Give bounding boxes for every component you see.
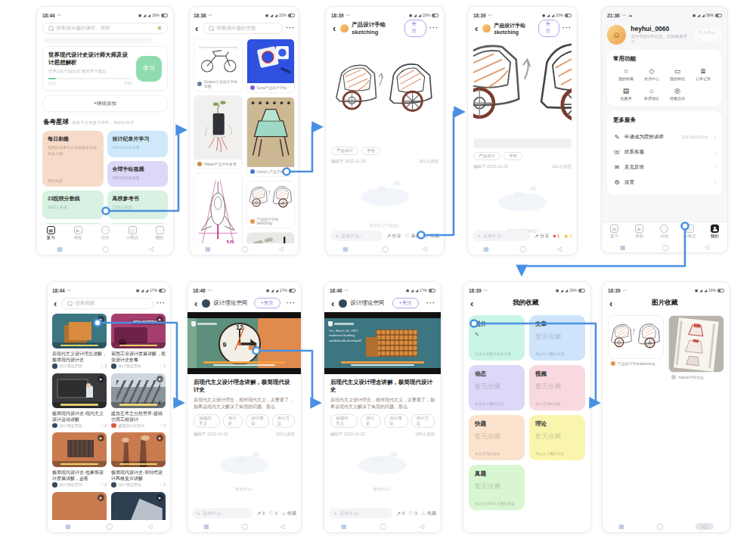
tag[interactable]: 手绘 bbox=[503, 152, 522, 160]
back-icon[interactable]: ‹ bbox=[469, 299, 475, 308]
comment-input[interactable]: ✎说点什么~ bbox=[329, 508, 392, 518]
tag[interactable]: 产品设计 bbox=[331, 147, 358, 155]
back-icon[interactable]: ‹ bbox=[608, 299, 614, 308]
tag[interactable]: 后现代主义 bbox=[194, 414, 220, 428]
deals-entry[interactable]: ◎特惠活动 bbox=[665, 88, 690, 101]
study-button[interactable]: 学习 bbox=[136, 56, 162, 82]
share-button[interactable]: ↗3 bbox=[256, 510, 265, 517]
follow-button[interactable]: +关注 bbox=[392, 298, 419, 308]
share-button[interactable]: ↗分享 bbox=[534, 233, 549, 240]
favcat-sketches[interactable]: 快题暂无收藏来自星球的素材 bbox=[469, 415, 525, 460]
nav-me[interactable]: 我的 bbox=[707, 224, 722, 239]
more-icon[interactable]: ··· bbox=[429, 24, 438, 32]
like-button[interactable]: ♡喜欢 bbox=[405, 233, 420, 240]
nav-review[interactable]: ▤复习 bbox=[43, 226, 58, 240]
my-favorites-entry[interactable]: ☆我的收藏 bbox=[613, 68, 639, 81]
search-input[interactable]: 搜索感兴趣的主题 bbox=[203, 23, 283, 34]
tag[interactable]: 设计史 bbox=[361, 414, 381, 428]
video-player[interactable]: 12 3 9 bbox=[187, 312, 301, 374]
favcat-exams[interactable]: 真题暂无收藏来自星球和学习圈的真题 bbox=[469, 465, 525, 510]
video-card[interactable]: NEW MATERIALS ▶ 英国工业设计发展讲解，视觉设计史套餐 设计理论空… bbox=[111, 314, 166, 369]
tag[interactable]: 设计方法 bbox=[411, 414, 435, 428]
lecturer-apply-row[interactable]: ✎申请成为院校讲师超多福利等你拿› bbox=[613, 129, 716, 144]
tag[interactable]: 设计方法 bbox=[272, 414, 296, 428]
orders-entry[interactable]: ≣订单记录 bbox=[690, 68, 716, 81]
sketch-image[interactable] bbox=[331, 37, 438, 143]
favorite-button[interactable]: ☆收藏 bbox=[421, 510, 436, 517]
result-card[interactable]: Delano工业设计手绘草图 bbox=[194, 39, 243, 91]
nav-community[interactable]: ◠社区 bbox=[98, 226, 113, 240]
card-score-lines[interactable]: 23院校分数线2453人查看 bbox=[42, 190, 104, 219]
nav-review[interactable]: ▤复习 bbox=[607, 224, 622, 239]
wallet-entry[interactable]: ▭我的钱包 bbox=[665, 68, 690, 81]
back-icon[interactable]: ‹ bbox=[52, 299, 58, 308]
nav-shop[interactable]: ◱小商店 bbox=[125, 226, 140, 240]
favorite-button[interactable]: ☆收藏 bbox=[424, 233, 439, 240]
address-entry[interactable]: ⌂收货地址 bbox=[639, 88, 665, 101]
back-icon[interactable]: ‹ bbox=[331, 23, 337, 33]
back-icon[interactable]: ‹ bbox=[193, 299, 199, 308]
tag[interactable]: 手绘 bbox=[361, 147, 380, 155]
nav-community[interactable]: ◠社区 bbox=[657, 224, 672, 239]
settings-row[interactable]: ⚙设置› bbox=[613, 175, 716, 190]
profile-avatar[interactable]: ☺ bbox=[607, 25, 626, 45]
back-icon[interactable]: ‹ bbox=[330, 299, 336, 308]
favcat-videos[interactable]: 视频暂无收藏来自星球的视频 bbox=[529, 365, 585, 410]
follow-button[interactable]: 关注 bbox=[404, 20, 426, 37]
tag[interactable]: 设计史 bbox=[223, 414, 243, 428]
favcat-theory[interactable]: 理论暂无收藏来自学习圈的理论 bbox=[529, 415, 585, 460]
like-button[interactable]: ♡3 bbox=[268, 510, 277, 517]
result-card[interactable]: Sona产品设计手绘 bbox=[246, 39, 296, 93]
video-player[interactable]: Yes, March 16, 1972 modernist building s… bbox=[324, 312, 441, 374]
channel-avatar[interactable] bbox=[202, 299, 210, 308]
personal-center-link[interactable]: 个人中心 › bbox=[694, 29, 722, 42]
course-card[interactable]: 世界现代设计史设计师大师及设计思想解析 已学131个知识点 暂无学习笔记 已学1… bbox=[42, 46, 168, 91]
search-input[interactable]: 搜索视频 bbox=[61, 298, 153, 309]
share-button[interactable]: ↗分享 bbox=[386, 233, 401, 240]
member-center-entry[interactable]: ◇会员中心 bbox=[639, 68, 665, 81]
favcat-images[interactable]: 图片✎ 包含所有图片素材来源 bbox=[469, 315, 525, 361]
share-button[interactable]: ↗3 bbox=[396, 510, 404, 517]
comment-input[interactable]: ✎说点什么~ bbox=[192, 508, 253, 518]
android-bar[interactable]: ▦◯◁ bbox=[37, 243, 173, 255]
tag[interactable]: 设计理论 bbox=[246, 414, 269, 428]
fav-image-card[interactable]: 产品设计手绘sketching bbox=[608, 315, 664, 368]
channel-avatar[interactable] bbox=[339, 299, 347, 308]
tag[interactable]: 设计理论 bbox=[384, 414, 408, 428]
card-documentary[interactable]: 设计纪录片学习4663位研友查看 bbox=[107, 131, 169, 157]
more-icon[interactable]: ··· bbox=[562, 24, 572, 32]
tag[interactable]: 产品设计 bbox=[473, 152, 500, 160]
video-card[interactable]: ▶ 极简现代设计史-哥特式设计风格复兴讲解 设计理论空间♡ 1 bbox=[111, 432, 166, 488]
favorite-button-active[interactable]: ★1 bbox=[563, 233, 572, 240]
card-daily-quiz[interactable]: 每日刷题 免费的海量带必考真题库等你来练习哦· 暂无刷题 bbox=[42, 131, 104, 187]
tag[interactable]: 后现代主义 bbox=[330, 414, 358, 428]
favcat-articles[interactable]: 文章暂无收藏来自学习圈的文章 bbox=[529, 315, 585, 361]
follow-button[interactable]: +关注 bbox=[254, 298, 280, 308]
like-button-active[interactable]: ♥1 bbox=[553, 233, 559, 240]
fav-image-card[interactable]: marius手绘作品 bbox=[668, 315, 724, 382]
favcat-posts[interactable]: 动态暂无收藏来自学习圈的动态 bbox=[469, 365, 525, 410]
result-card[interactable]: Canon_产品手绘 bbox=[246, 97, 296, 177]
result-card-target[interactable]: 产品设计手绘sketching bbox=[246, 181, 296, 228]
author-avatar[interactable] bbox=[482, 24, 491, 33]
video-card[interactable]: ▶ 极简现代设计史-包豪斯设计发展讲解，必看 设计理论空间♡ 2 bbox=[52, 432, 107, 488]
like-button[interactable]: ♡3 bbox=[408, 510, 417, 517]
video-card[interactable]: ▶ 建筑艺术之自然世界-超级空间工程设计 建筑设计纪录片♡ 2 bbox=[111, 373, 166, 429]
comment-input[interactable]: ✎说点什么~ bbox=[472, 231, 530, 241]
search-input[interactable]: 搜索感兴趣的课程、资料▣ bbox=[42, 23, 168, 34]
calendar-icon[interactable]: ▣ bbox=[157, 25, 162, 31]
nav-courses[interactable]: ▶课程 bbox=[632, 224, 647, 239]
more-icon[interactable]: ··· bbox=[287, 299, 296, 307]
video-card[interactable]: ▶ 极简现代设计史-现代主义设计运动讲解 设计理论空间♡ 3 bbox=[52, 373, 107, 429]
more-icon[interactable]: ··· bbox=[286, 24, 295, 32]
result-card[interactable]: Hakan产品手绘参考 bbox=[194, 95, 243, 169]
back-icon[interactable]: ‹ bbox=[473, 23, 479, 33]
nav-courses[interactable]: ▶课程 bbox=[70, 226, 85, 240]
coupons-entry[interactable]: ▤优惠券 bbox=[613, 88, 639, 101]
more-icon[interactable]: ··· bbox=[426, 299, 435, 307]
video-card-target[interactable]: ▶ 后现代主义设计理念讲解，极简现代设计史 设计理论空间♡ 3 bbox=[52, 314, 107, 369]
comment-input[interactable]: ✎说点什么~ bbox=[330, 231, 383, 241]
card-global-sketch-video[interactable]: 全球手绘视频4963位研友查看 bbox=[107, 161, 169, 187]
nav-me[interactable]: ◔我的 bbox=[152, 226, 167, 240]
favorite-button[interactable]: ☆收藏 bbox=[281, 510, 296, 517]
